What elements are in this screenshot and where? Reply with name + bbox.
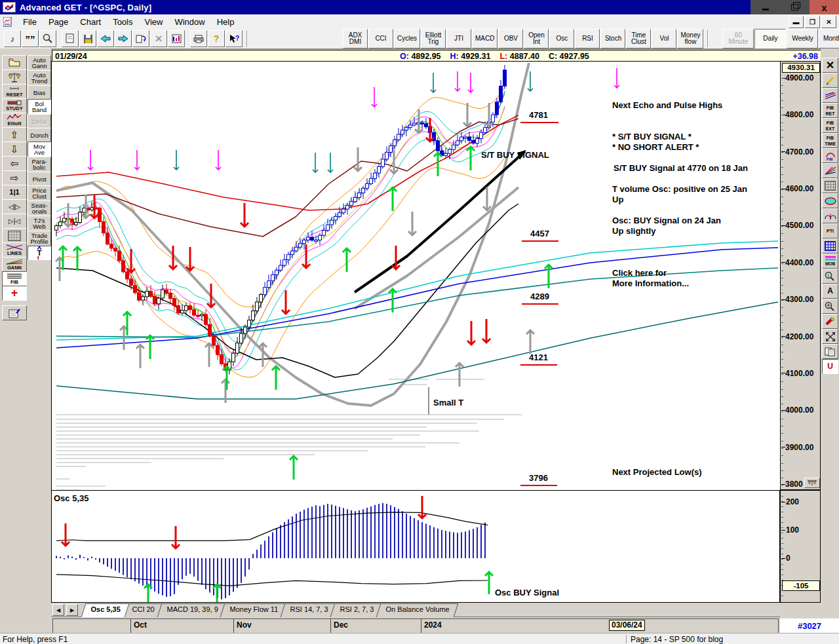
back-button[interactable] xyxy=(97,30,114,47)
indicator-vol[interactable]: Vol xyxy=(652,29,676,48)
price-chart[interactable]: Next Echo and Pulse Highs* S/T BUY SIGNA… xyxy=(51,61,781,491)
fib-time-tool[interactable]: FIB TIME xyxy=(822,133,838,148)
chart-document-icon[interactable] xyxy=(3,17,12,27)
indicator-obv[interactable]: OBV xyxy=(498,29,523,48)
menu-window[interactable]: Window xyxy=(168,16,210,28)
text-tool[interactable]: A xyxy=(822,284,838,299)
forward-button[interactable] xyxy=(115,30,132,47)
study-auto-gann[interactable]: Auto Gann xyxy=(28,55,51,71)
grid-tool[interactable] xyxy=(822,178,838,193)
indicator-rsi[interactable]: RSI xyxy=(575,29,600,48)
help-button[interactable]: ? xyxy=(208,30,225,47)
trendlines-tool[interactable] xyxy=(822,88,838,103)
study-trade-profile[interactable]: Trade Profile xyxy=(28,231,51,246)
new-page-button[interactable] xyxy=(62,30,79,47)
pti-tool[interactable]: PTI xyxy=(822,223,838,238)
scroll-down-button[interactable]: ⇩ xyxy=(2,142,27,157)
tab-money-flow-11[interactable]: Money Flow 11 xyxy=(220,603,287,617)
restore-button[interactable] xyxy=(780,0,810,14)
fib-tool-button[interactable]: FIB xyxy=(2,271,27,286)
study-button[interactable]: STUDY xyxy=(2,98,27,113)
notes-tool[interactable] xyxy=(822,344,838,359)
menu-tools[interactable]: Tools xyxy=(107,16,138,28)
menu-chart[interactable]: Chart xyxy=(74,16,107,28)
indicator-elliott-trig[interactable]: Elliott Trig xyxy=(421,29,446,48)
scale-toggle-button[interactable] xyxy=(804,478,820,488)
timeframe-weekly[interactable]: Weekly xyxy=(787,29,818,48)
tab-rsi-2-7-3[interactable]: RSI 2, 7, 3 xyxy=(330,603,383,617)
oscillator-panel[interactable]: Osc 5,35 Osc BUY Signal xyxy=(51,490,780,603)
scroll-right-button[interactable]: ⇨ xyxy=(2,170,27,185)
flip-page-button[interactable] xyxy=(132,30,149,47)
tab-scroll-left-button[interactable]: ◀ xyxy=(52,604,64,616)
mdi-close-button[interactable]: ✕ xyxy=(821,16,836,28)
study-pivot[interactable]: Pivot xyxy=(28,172,51,186)
close-button[interactable]: x xyxy=(810,0,839,14)
fib-retracement-tool[interactable]: FIB RET xyxy=(822,103,838,118)
context-help-button[interactable]: ? xyxy=(225,30,243,47)
gann-fan-tool[interactable] xyxy=(822,163,838,178)
tab-osc-5-35[interactable]: Osc 5,35 xyxy=(81,603,130,617)
study-seas-onals[interactable]: Seas- onals xyxy=(28,200,51,216)
pin-button[interactable]: ♪ xyxy=(4,30,21,47)
bar-spacing-button[interactable]: 1|1 xyxy=(2,185,27,200)
save-button[interactable] xyxy=(79,30,96,47)
study-auto-trend[interactable]: Auto Trend xyxy=(28,70,51,86)
gann-tool-button[interactable]: GANN xyxy=(2,257,27,272)
study-donch[interactable]: Donch xyxy=(28,128,51,142)
fib-extension-tool[interactable]: FIB EXT xyxy=(822,118,838,133)
minimize-button[interactable] xyxy=(751,0,780,14)
indicator-adx-dmi[interactable]: ADX DMI xyxy=(343,29,368,48)
grid-button[interactable] xyxy=(2,228,27,243)
indicator-time-clust[interactable]: Time Clust xyxy=(626,29,651,48)
elliott-button[interactable]: Elliott xyxy=(2,113,27,128)
blue-grid-tool[interactable] xyxy=(822,238,838,254)
price-axis[interactable]: 4930.31 4900.004800.004700.004600.004500… xyxy=(780,61,821,490)
timeframe-daily[interactable]: Daily xyxy=(754,29,786,48)
compress-bars-button[interactable]: ▷|◁ xyxy=(2,214,27,229)
delete-page-button[interactable]: ✕ xyxy=(150,30,167,47)
scroll-left-button[interactable]: ⇦ xyxy=(2,156,27,171)
mob-tool[interactable]: MOB xyxy=(822,254,838,269)
study-mov-ave[interactable]: Mov Ave xyxy=(28,142,51,157)
tab-on-balance-volume[interactable]: On Balance Volume xyxy=(376,603,458,617)
study-delta[interactable]: Delta xyxy=(28,114,51,128)
quotes-button[interactable]: ”” xyxy=(22,30,39,47)
info-zoom-tool[interactable]: i xyxy=(822,269,838,284)
open-chart-button[interactable] xyxy=(2,55,27,70)
search-button[interactable] xyxy=(39,30,56,47)
indicator-money-flow[interactable]: Money flow xyxy=(677,29,703,48)
indicator-open-int[interactable]: Open Int xyxy=(524,29,549,48)
marker-tool[interactable] xyxy=(822,314,838,329)
study-bol-band[interactable]: Bol Band xyxy=(28,99,51,115)
reset-button[interactable]: ⇦⇨RESET xyxy=(2,84,27,99)
annotation-click-info-1[interactable]: Click here for xyxy=(612,268,667,278)
zoom-tool[interactable] xyxy=(822,299,838,314)
study-para-bolic[interactable]: Para- bolic xyxy=(28,157,51,172)
delete-tool[interactable]: ✕ xyxy=(822,58,838,73)
cycle-lines-tool[interactable] xyxy=(822,208,838,223)
menu-help[interactable]: Help xyxy=(211,16,241,28)
tab-scroll-right-button[interactable]: ▶ xyxy=(66,604,78,616)
annotation-click-info-2[interactable]: More Information... xyxy=(612,278,689,288)
print-button[interactable] xyxy=(190,30,207,47)
fib-circle-tool[interactable]: FIB xyxy=(822,148,838,163)
study-price-clust[interactable]: Price Clust xyxy=(28,185,51,201)
expand-window-tool[interactable] xyxy=(822,329,838,344)
study-bias[interactable]: Bias xyxy=(28,85,51,100)
menu-page[interactable]: Page xyxy=(43,16,74,28)
ellipse-tool[interactable] xyxy=(822,193,838,208)
indicator-macd[interactable]: MACD xyxy=(472,29,498,48)
date-axis[interactable]: OctNovDec202403/06/24 xyxy=(52,618,779,634)
menu-view[interactable]: View xyxy=(138,16,168,28)
indicator-stoch[interactable]: Stoch xyxy=(600,29,625,48)
indicator-cycles[interactable]: Cycles xyxy=(394,29,420,48)
crosshair-button[interactable]: + xyxy=(2,286,27,301)
indicator-jti[interactable]: JTI xyxy=(446,29,471,48)
mdi-restore-button[interactable]: ❐ xyxy=(805,16,820,28)
study-tj-s-web[interactable]: TJ's Web xyxy=(28,216,51,231)
magnet-tool[interactable]: U xyxy=(822,359,838,374)
properties-button[interactable] xyxy=(2,305,27,320)
scroll-up-button[interactable]: ⇧ xyxy=(2,127,27,142)
lines-tool-button[interactable]: LINES xyxy=(2,242,27,257)
